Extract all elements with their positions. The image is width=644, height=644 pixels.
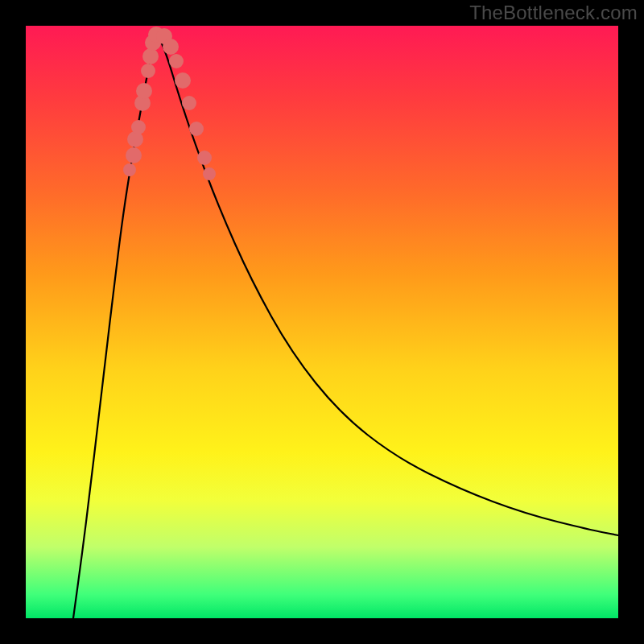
- marker-cluster: [123, 27, 216, 180]
- marker-dot: [182, 96, 196, 110]
- marker-dot: [163, 39, 179, 55]
- plot-area: [26, 26, 618, 618]
- marker-dot: [175, 72, 191, 89]
- marker-dot: [141, 64, 155, 78]
- curve-left-branch: [73, 32, 157, 618]
- chart-frame: TheBottleneck.com: [0, 0, 644, 644]
- marker-dot: [142, 48, 159, 64]
- curve-right-branch: [157, 32, 618, 535]
- watermark-label: TheBottleneck.com: [469, 2, 638, 24]
- marker-dot: [197, 151, 212, 165]
- marker-dot: [169, 54, 184, 68]
- marker-dot: [131, 120, 146, 134]
- marker-dot: [189, 122, 204, 136]
- marker-dot: [123, 163, 136, 176]
- curve-svg: [26, 26, 618, 618]
- marker-dot: [136, 83, 152, 99]
- marker-dot: [203, 167, 216, 180]
- marker-dot: [126, 147, 142, 163]
